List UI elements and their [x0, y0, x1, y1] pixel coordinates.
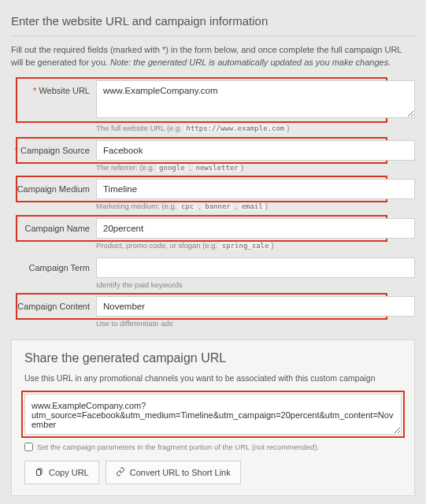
share-section: Share the generated campaign URL Use thi…	[11, 339, 415, 496]
campaign-medium-input[interactable]	[96, 179, 415, 199]
label-campaign-name: Campaign Name	[11, 218, 96, 233]
page-title: Enter the website URL and campaign infor…	[11, 14, 415, 28]
campaign-term-input[interactable]	[96, 258, 415, 278]
intro-note: Note: the generated URL is automatically…	[110, 57, 391, 67]
copy-url-button[interactable]: Copy URL	[24, 461, 99, 484]
website-url-input[interactable]: www.ExampleCompany.com	[96, 80, 415, 118]
generated-url-wrap: www.ExampleCompany.com?utm_source=Facebo…	[24, 394, 402, 438]
row-campaign-name: Campaign Name Product, promo code, or sl…	[11, 218, 415, 251]
row-campaign-medium: Campaign Medium Marketing medium: (e.g. …	[11, 179, 415, 212]
link-icon	[116, 467, 125, 478]
hint-campaign-name: Product, promo code, or slogan (e.g. spr…	[96, 241, 415, 251]
divider	[11, 35, 415, 36]
row-website-url: *Website URL www.ExampleCompany.com The …	[11, 80, 415, 134]
copy-url-label: Copy URL	[49, 468, 89, 477]
row-campaign-source: *Campaign Source The referrer: (e.g. goo…	[11, 140, 415, 173]
convert-url-button[interactable]: Convert URL to Short Link	[106, 461, 241, 484]
label-website-url: *Website URL	[11, 80, 96, 95]
required-star: *	[15, 146, 18, 155]
fragment-checkbox[interactable]	[24, 443, 33, 451]
hint-campaign-content: Use to differentiate ads	[96, 319, 415, 328]
page: Enter the website URL and campaign infor…	[0, 0, 426, 504]
hint-campaign-source: The referrer: (e.g. google , newsletter)	[96, 163, 415, 173]
row-campaign-content: Campaign Content Use to differentiate ad…	[11, 296, 415, 328]
campaign-name-input[interactable]	[96, 218, 415, 239]
label-campaign-source: *Campaign Source	[11, 140, 96, 155]
svg-rect-1	[37, 470, 41, 476]
hint-website-url: The full website URL (e.g. https://www.e…	[96, 124, 415, 134]
button-row: Copy URL Convert URL to Short Link	[24, 461, 402, 484]
campaign-source-input[interactable]	[96, 140, 415, 161]
share-intro: Use this URL in any promotional channels…	[24, 373, 402, 383]
required-star: *	[33, 86, 36, 95]
hint-campaign-medium: Marketing medium: (e.g. cpc , banner , e…	[96, 202, 415, 212]
label-campaign-term: Campaign Term	[11, 258, 96, 272]
hint-campaign-term: Identify the paid keywords	[96, 280, 415, 290]
row-campaign-term: Campaign Term Identify the paid keywords	[11, 258, 415, 290]
label-campaign-content: Campaign Content	[11, 296, 96, 311]
clipboard-icon	[35, 467, 44, 478]
generated-url-output[interactable]: www.ExampleCompany.com?utm_source=Facebo…	[24, 394, 402, 435]
fragment-label: Set the campaign parameters in the fragm…	[37, 443, 319, 451]
share-title: Share the generated campaign URL	[24, 351, 402, 365]
intro-text: Fill out the required fields (marked wit…	[11, 44, 415, 69]
convert-url-label: Convert URL to Short Link	[130, 468, 231, 477]
campaign-content-input[interactable]	[96, 296, 415, 317]
label-campaign-medium: Campaign Medium	[11, 179, 96, 194]
fragment-option[interactable]: Set the campaign parameters in the fragm…	[24, 443, 402, 451]
